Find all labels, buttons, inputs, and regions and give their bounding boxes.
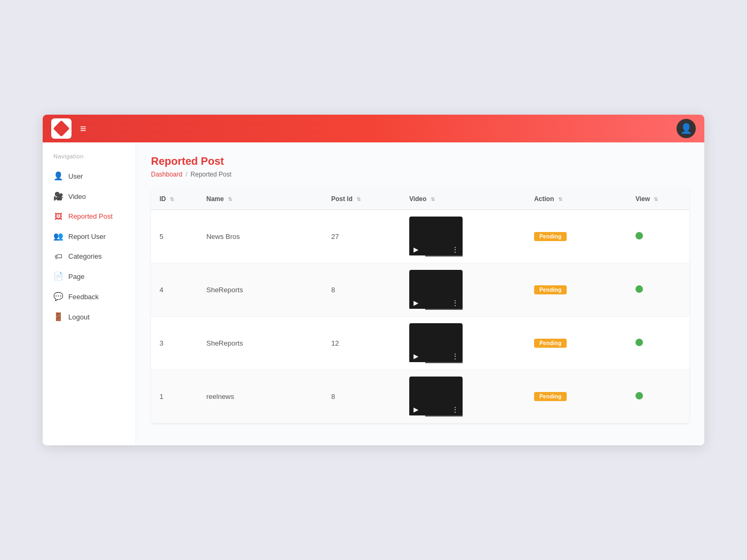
table-row: 3 SheReports 12 ▶ ⋮ Pending [151, 317, 689, 370]
view-dot[interactable] [635, 285, 643, 293]
video-progress-fill [409, 309, 425, 310]
main-layout: Navigation 👤 User 🎥 Video 🖼 Reported Pos… [43, 142, 704, 445]
view-dot[interactable] [635, 232, 643, 239]
sort-video-icon: ⇅ [431, 196, 435, 202]
user-icon: 👤 [53, 171, 63, 181]
more-button[interactable]: ⋮ [452, 353, 458, 360]
view-dot[interactable] [635, 339, 643, 346]
categories-icon: 🏷 [53, 252, 63, 261]
sidebar-item-reported-post-label: Reported Post [68, 212, 113, 220]
reported-post-icon: 🖼 [53, 212, 63, 221]
topbar: ≡ 👤 [43, 115, 704, 142]
cell-postid: 8 [323, 370, 401, 423]
table-wrapper: ID ⇅ Name ⇅ Post Id ⇅ [151, 189, 689, 423]
cell-name: reelnews [198, 370, 323, 423]
table-row: 4 SheReports 8 ▶ ⋮ Pending [151, 263, 689, 317]
video-progress-bar [409, 415, 463, 417]
nav-label: Navigation [43, 153, 136, 166]
col-header-postid[interactable]: Post Id ⇅ [323, 189, 401, 210]
cell-action: Pending [526, 263, 627, 317]
video-thumbnail[interactable]: ▶ ⋮ [409, 270, 463, 310]
breadcrumb-current: Reported Post [190, 171, 232, 178]
video-thumbnail[interactable]: ▶ ⋮ [409, 217, 463, 257]
status-badge: Pending [534, 285, 567, 294]
cell-view [627, 263, 689, 317]
cell-postid: 12 [323, 317, 401, 370]
cell-video: ▶ ⋮ [401, 210, 526, 263]
col-header-name[interactable]: Name ⇅ [198, 189, 323, 210]
content-area: Reported Post Dashboard / Reported Post … [136, 142, 704, 445]
cell-view [627, 210, 689, 263]
sidebar-item-feedback[interactable]: 💬 Feedback [43, 286, 136, 307]
page-title: Reported Post [151, 155, 689, 167]
cell-id: 4 [151, 263, 198, 317]
avatar[interactable]: 👤 [677, 119, 696, 138]
col-header-view[interactable]: View ⇅ [627, 189, 689, 210]
sidebar-item-reported-post[interactable]: 🖼 Reported Post [43, 206, 136, 226]
video-progress-bar [409, 309, 463, 310]
video-progress-fill [409, 362, 425, 363]
sidebar: Navigation 👤 User 🎥 Video 🖼 Reported Pos… [43, 142, 136, 445]
sort-view-icon: ⇅ [654, 196, 658, 202]
sidebar-item-categories[interactable]: 🏷 Categories [43, 246, 136, 266]
table-header-row: ID ⇅ Name ⇅ Post Id ⇅ [151, 189, 689, 210]
video-thumbnail[interactable]: ▶ ⋮ [409, 377, 463, 417]
logo[interactable] [51, 118, 71, 139]
report-user-icon: 👥 [53, 231, 63, 241]
play-button[interactable]: ▶ [414, 246, 418, 253]
breadcrumb-home[interactable]: Dashboard [151, 171, 182, 178]
play-button[interactable]: ▶ [414, 299, 418, 307]
view-dot[interactable] [635, 392, 643, 399]
video-progress-fill [409, 415, 425, 417]
sort-action-icon: ⇅ [558, 196, 562, 202]
video-controls: ▶ ⋮ [414, 353, 458, 360]
status-badge: Pending [534, 392, 567, 401]
sidebar-item-user[interactable]: 👤 User [43, 166, 136, 186]
breadcrumb: Dashboard / Reported Post [151, 171, 689, 178]
sidebar-item-report-user-label: Report User [68, 233, 106, 241]
sort-id-icon: ⇅ [170, 196, 174, 202]
col-header-video[interactable]: Video ⇅ [401, 189, 526, 210]
video-controls: ▶ ⋮ [414, 406, 458, 413]
video-thumbnail[interactable]: ▶ ⋮ [409, 323, 463, 363]
sidebar-item-video[interactable]: 🎥 Video [43, 186, 136, 206]
video-progress-bar [409, 362, 463, 363]
cell-video: ▶ ⋮ [401, 370, 526, 423]
cell-video: ▶ ⋮ [401, 317, 526, 370]
sidebar-item-report-user[interactable]: 👥 Report User [43, 226, 136, 246]
more-button[interactable]: ⋮ [452, 406, 458, 413]
col-header-action[interactable]: Action ⇅ [526, 189, 627, 210]
more-button[interactable]: ⋮ [452, 246, 458, 253]
sidebar-item-page[interactable]: 📄 Page [43, 266, 136, 286]
video-controls: ▶ ⋮ [414, 299, 458, 307]
page-icon: 📄 [53, 271, 63, 281]
breadcrumb-separator: / [186, 171, 187, 178]
cell-action: Pending [526, 317, 627, 370]
sidebar-item-video-label: Video [68, 193, 86, 201]
play-button[interactable]: ▶ [414, 353, 418, 360]
app-wrapper: ≡ 👤 Navigation 👤 User 🎥 Video 🖼 Reported… [43, 115, 704, 445]
avatar-icon: 👤 [680, 123, 692, 134]
cell-name: News Bros [198, 210, 323, 263]
topbar-left: ≡ [51, 118, 86, 139]
cell-id: 5 [151, 210, 198, 263]
play-button[interactable]: ▶ [414, 406, 418, 413]
topbar-right: 👤 [677, 119, 696, 138]
cell-name: SheReports [198, 263, 323, 317]
status-badge: Pending [534, 232, 567, 241]
table-row: 1 reelnews 8 ▶ ⋮ Pending [151, 370, 689, 423]
sidebar-item-logout[interactable]: 🚪 Logout [43, 307, 136, 327]
sidebar-item-page-label: Page [68, 273, 84, 281]
cell-id: 3 [151, 317, 198, 370]
sort-postid-icon: ⇅ [356, 196, 361, 202]
video-progress-fill [409, 255, 425, 257]
sidebar-item-user-label: User [68, 172, 83, 180]
video-icon: 🎥 [53, 191, 63, 201]
cell-postid: 27 [323, 210, 401, 263]
cell-action: Pending [526, 210, 627, 263]
video-controls: ▶ ⋮ [414, 246, 458, 253]
col-header-id[interactable]: ID ⇅ [151, 189, 198, 210]
cell-postid: 8 [323, 263, 401, 317]
hamburger-icon[interactable]: ≡ [80, 123, 86, 134]
more-button[interactable]: ⋮ [452, 299, 458, 307]
